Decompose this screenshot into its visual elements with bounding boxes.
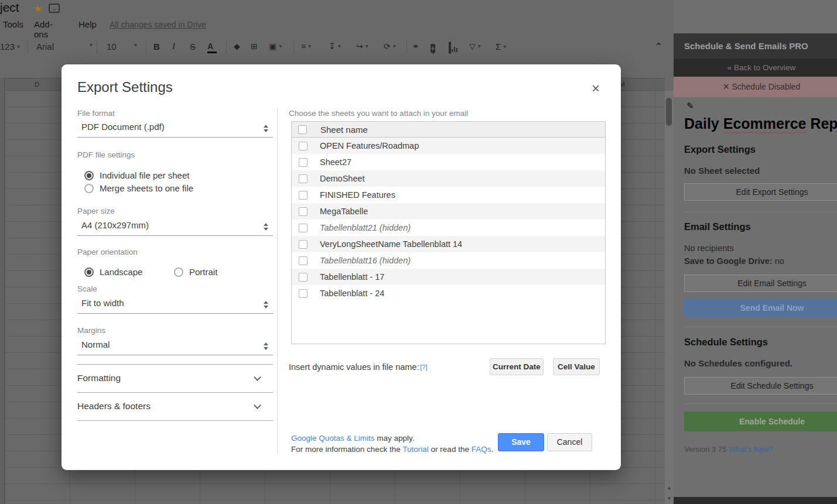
unfold-more-icon [264, 125, 268, 132]
collapse-toolbar-icon[interactable]: ⌃ [655, 41, 662, 52]
scale-select[interactable]: Fit to width [77, 298, 273, 314]
enable-schedule-button[interactable]: Enable Schedule [684, 412, 837, 431]
cell-value-button[interactable]: Cell Value [553, 358, 600, 375]
sheet-checkbox[interactable] [299, 174, 308, 183]
report-name[interactable]: Daily Ecommerce Repor [684, 115, 837, 132]
sheet-row[interactable]: Tabellenblatt - 24 [292, 285, 605, 301]
quotas-link[interactable]: Google Quotas & Limits [291, 434, 375, 443]
insert-comment-icon[interactable]: + [431, 43, 435, 53]
vertical-align-icon[interactable]: ↧▾ [329, 42, 341, 51]
close-icon[interactable]: × [587, 81, 604, 97]
back-to-overview-link[interactable]: « Back to Overview [674, 59, 837, 77]
radio-merge-sheets[interactable]: Merge sheets to one file [84, 182, 193, 194]
schedule-disabled-banner: ✕ Schedule Disabled [674, 77, 837, 97]
radio-unselected-icon[interactable] [84, 184, 94, 193]
edit-schedule-settings-button[interactable]: Edit Schedule Settings [684, 377, 837, 395]
faqs-link[interactable]: FAQs [472, 445, 491, 454]
filter-icon[interactable]: ▽▾ [469, 42, 481, 51]
number-format-button[interactable]: 123▾ [0, 42, 20, 52]
radio-individual-file[interactable]: Individual file per sheet [84, 169, 189, 181]
text-color-button[interactable]: A [207, 42, 217, 53]
sheet-row[interactable]: Tabellenblatt - 17 [292, 269, 605, 285]
scroll-up-icon[interactable]: ▲ [665, 485, 674, 491]
font-family-selector[interactable]: Arial▾ [36, 42, 93, 52]
scroll-down-icon[interactable]: ▼ [665, 496, 674, 501]
whats-new-link[interactable]: What's New? [729, 445, 773, 454]
column-header[interactable]: D [35, 81, 39, 88]
bold-button[interactable]: B [153, 42, 160, 52]
comment-tail [433, 52, 436, 54]
drive-save-status[interactable]: All changes saved in Drive [110, 20, 206, 29]
toolbar: 123▾ Arial▾ 10▾ B I S A ◆ ⊞ ▣▾ ≡▾ ↧▾ ↪▾ … [0, 36, 674, 59]
paper-size-select[interactable]: A4 (210x297mm) [77, 220, 273, 236]
functions-icon[interactable]: Σ▾ [496, 42, 506, 52]
chevron-down-icon [254, 402, 261, 409]
sheet-row-hidden[interactable]: Tabellenblatt16 (hidden) [292, 252, 605, 269]
section-divider [77, 420, 273, 421]
insert-chart-icon[interactable] [449, 42, 451, 54]
horizontal-align-icon[interactable]: ≡▾ [301, 42, 311, 51]
formatting-section-toggle[interactable]: Formatting [77, 373, 273, 385]
tutorial-link[interactable]: Tutorial [402, 445, 429, 454]
margins-label: Margins [77, 326, 105, 335]
font-size-selector[interactable]: 10▾ [107, 42, 137, 52]
sheet-checkbox[interactable] [299, 191, 308, 200]
sheet-checkbox[interactable] [299, 142, 308, 150]
sheet-checkbox[interactable] [299, 240, 308, 249]
radio-landscape[interactable]: Landscape [84, 266, 142, 278]
scrollbar-thumb[interactable] [666, 98, 672, 126]
send-email-now-button[interactable]: Send Email Now [684, 299, 837, 317]
sheet-row[interactable]: FINISHED Features [292, 187, 605, 203]
google-sheets-window: ject ★ → Tools Add-ons Help All changes … [0, 0, 837, 504]
radio-selected-icon[interactable] [84, 171, 94, 180]
text-rotation-icon[interactable]: ⟳▾ [384, 42, 396, 51]
radio-unselected-icon[interactable] [174, 268, 183, 277]
edit-pencil-icon[interactable]: ✎ [686, 101, 694, 111]
sheet-checkbox[interactable] [299, 289, 308, 298]
sheet-row[interactable]: OPEN Features/Roadmap [292, 138, 605, 154]
sheet-header-label: Sheet name [314, 125, 368, 135]
fill-color-icon[interactable]: ◆ [234, 42, 240, 51]
sheet-row[interactable]: Sheet27 [292, 154, 605, 170]
menu-tools[interactable]: Tools [3, 19, 23, 29]
sheet-row-hidden[interactable]: Tabellenblatt21 (hidden) [292, 220, 605, 236]
merge-cells-icon[interactable]: ▣▾ [269, 42, 282, 51]
move-to-folder-icon[interactable]: → [49, 4, 60, 13]
radio-selected-icon[interactable] [84, 268, 94, 277]
radio-portrait[interactable]: Portrait [174, 266, 217, 278]
divider [684, 212, 837, 212]
toolbar-separator [293, 41, 294, 54]
help-link[interactable]: [?] [420, 364, 428, 371]
sheet-checkbox[interactable] [299, 224, 308, 232]
borders-icon[interactable]: ⊞ [251, 42, 258, 51]
italic-button[interactable]: I [172, 42, 175, 52]
edit-export-settings-button[interactable]: Edit Export Settings [684, 183, 837, 201]
document-title[interactable]: ject [0, 1, 19, 15]
save-button[interactable]: Save [498, 433, 544, 451]
select-all-checkbox[interactable] [298, 125, 307, 134]
sheet-checkbox[interactable] [299, 256, 308, 265]
star-icon[interactable]: ★ [33, 2, 43, 15]
divider [684, 327, 837, 327]
file-format-select[interactable]: PDF Document (.pdf) [77, 122, 273, 138]
sheet-row[interactable]: VeryLongSheetName Tabellenblatt 14 [292, 236, 605, 252]
quota-note: Google Quotas & Limits may apply. [291, 434, 415, 443]
sheet-checkbox[interactable] [299, 158, 308, 167]
sheet-row[interactable]: DemoSheet [292, 170, 605, 187]
sheet-row[interactable]: MegaTabelle [292, 203, 605, 220]
sheet-checkbox[interactable] [299, 207, 308, 216]
menu-help[interactable]: Help [78, 19, 97, 29]
headers-footers-section-toggle[interactable]: Headers & footers [77, 401, 273, 413]
cancel-button[interactable]: Cancel [547, 433, 592, 451]
insert-link-icon[interactable]: ⚭ [412, 42, 419, 51]
margins-select[interactable]: Normal [77, 340, 273, 355]
edit-email-settings-button[interactable]: Edit Email Settings [684, 275, 837, 292]
vertical-scrollbar[interactable]: ▲ ▼ [665, 91, 674, 504]
toolbar-separator [226, 41, 227, 54]
current-date-button[interactable]: Current Date [490, 358, 544, 375]
strikethrough-button[interactable]: S [190, 42, 196, 52]
drive-label: Save to Google Drive: [684, 256, 773, 266]
export-settings-dialog: Export Settings × File format PDF Docume… [62, 64, 621, 470]
sheet-checkbox[interactable] [299, 273, 308, 282]
text-wrap-icon[interactable]: ↪▾ [356, 42, 368, 51]
